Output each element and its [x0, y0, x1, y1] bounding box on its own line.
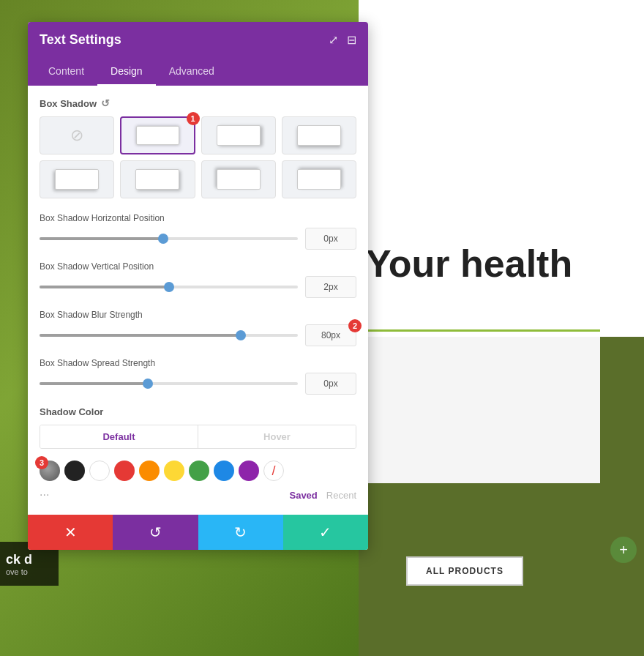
recent-link[interactable]: Recent	[326, 490, 356, 501]
shadow-preview-right	[217, 125, 261, 146]
slider-blur-control: 80px 2	[40, 324, 356, 346]
all-products-button[interactable]: ALL PRODUCTS	[406, 556, 523, 586]
confirm-button[interactable]: ✓	[283, 515, 368, 550]
shadow-preview-bottom	[297, 125, 341, 146]
panel-header: Text Settings ⤢ ⊟	[28, 22, 368, 58]
slider-vertical-label: Box Shadow Vertical Position	[40, 261, 356, 272]
color-swatch-blue[interactable]	[214, 461, 234, 481]
color-swatch-yellow[interactable]	[164, 461, 184, 481]
your-health-text: Your health	[366, 242, 572, 286]
slider-horizontal-track[interactable]	[40, 237, 298, 240]
shadow-preview-center	[136, 126, 179, 145]
shadow-preset-bottom[interactable]	[282, 116, 356, 154]
shadow-preset-center[interactable]: 1	[120, 116, 195, 154]
slider-spread-strength: Box Shadow Spread Strength 0px	[40, 358, 356, 395]
slider-blur-thumb[interactable]	[236, 330, 246, 340]
box-shadow-label: Box Shadow ↺	[40, 97, 356, 109]
color-swatch-orange[interactable]	[139, 461, 160, 481]
slider-vertical-position: Box Shadow Vertical Position 2px	[40, 261, 356, 298]
slider-horizontal-value[interactable]: 0px	[305, 228, 356, 250]
slider-spread-track[interactable]	[40, 382, 298, 385]
shadow-preview-br	[135, 169, 179, 190]
tab-design[interactable]: Design	[97, 58, 156, 86]
color-swatch-slash[interactable]: /	[263, 461, 284, 481]
slider-vertical-control: 2px	[40, 276, 356, 298]
page-strip-sub: ove to	[6, 567, 28, 576]
divider	[359, 329, 600, 332]
slider-spread-fill	[40, 382, 148, 385]
reset-button[interactable]: ↺	[113, 515, 198, 550]
white-area-top	[359, 0, 644, 337]
green-right-strip	[600, 337, 644, 556]
shadow-color-tabs: Default Hover	[40, 425, 356, 449]
shadow-presets-grid: ⊘ 1	[40, 116, 356, 198]
slider-vertical-thumb[interactable]	[164, 282, 174, 292]
page-strip-char: ck d	[6, 552, 32, 567]
shadow-preview-tl	[217, 169, 261, 190]
color-swatch-green[interactable]	[189, 461, 209, 481]
shadow-color-label: Shadow Color	[40, 406, 356, 417]
shadow-preset-none[interactable]: ⊘	[40, 116, 114, 154]
slider-blur-fill	[40, 334, 241, 337]
tab-advanced[interactable]: Advanced	[156, 58, 228, 86]
box-shadow-reset-icon[interactable]: ↺	[101, 97, 110, 109]
shadow-preset-br[interactable]	[120, 160, 195, 198]
slider-blur-strength: Box Shadow Blur Strength 80px 2	[40, 310, 356, 346]
slider-vertical-value[interactable]: 2px	[305, 276, 356, 298]
slider-spread-label: Box Shadow Spread Strength	[40, 358, 356, 368]
slider-spread-value[interactable]: 0px	[305, 373, 356, 395]
color-swatch-black[interactable]	[64, 461, 85, 481]
panel-body: Box Shadow ↺ ⊘ 1	[28, 86, 368, 515]
badge-3: 3	[35, 456, 48, 469]
color-tab-default[interactable]: Default	[40, 425, 198, 448]
shadow-preset-tl[interactable]	[201, 160, 276, 198]
shadow-color-section: Shadow Color Default Hover 3 /	[40, 406, 356, 503]
add-section-button[interactable]: +	[610, 537, 637, 563]
color-footer: ··· Saved Recent	[40, 484, 356, 503]
tab-content[interactable]: Content	[35, 58, 97, 86]
shadow-preset-tr[interactable]	[282, 160, 356, 198]
no-shadow-icon: ⊘	[70, 126, 83, 145]
cancel-button[interactable]: ✕	[28, 515, 113, 550]
color-tab-hover[interactable]: Hover	[198, 425, 356, 448]
saved-link[interactable]: Saved	[289, 490, 317, 501]
header-icons: ⤢ ⊟	[329, 33, 356, 47]
slider-horizontal-thumb[interactable]	[158, 234, 168, 244]
slider-horizontal-label: Box Shadow Horizontal Position	[40, 213, 356, 223]
shadow-preview-tr	[297, 169, 341, 190]
slider-horizontal-control: 0px	[40, 228, 356, 250]
columns-icon[interactable]: ⊟	[347, 33, 356, 47]
white-area-bottom	[359, 337, 600, 483]
more-options-icon[interactable]: ···	[40, 488, 49, 502]
color-swatch-globe[interactable]: 3	[40, 461, 60, 481]
shadow-preset-right[interactable]	[201, 116, 276, 154]
panel-tabs: Content Design Advanced	[28, 58, 368, 86]
slider-horizontal-position: Box Shadow Horizontal Position 0px	[40, 213, 356, 250]
box-shadow-text: Box Shadow	[40, 98, 97, 109]
text-settings-panel: Text Settings ⤢ ⊟ Content Design Advance…	[28, 22, 368, 550]
slider-blur-value[interactable]: 80px 2	[305, 324, 356, 346]
slider-vertical-fill	[40, 286, 169, 288]
redo-button[interactable]: ↻	[198, 515, 283, 550]
slider-spread-control: 0px	[40, 373, 356, 395]
badge-2: 2	[348, 319, 362, 332]
color-swatch-white[interactable]	[89, 461, 110, 481]
panel-toolbar: ✕ ↺ ↻ ✓	[28, 515, 368, 550]
slider-blur-track[interactable]	[40, 334, 298, 337]
panel-title: Text Settings	[40, 32, 121, 48]
shadow-preset-bl[interactable]	[40, 160, 114, 198]
slider-horizontal-fill	[40, 237, 163, 240]
shadow-preview-bl	[55, 169, 99, 190]
color-swatches: 3 /	[40, 458, 356, 484]
slider-spread-thumb[interactable]	[143, 379, 153, 389]
slider-vertical-track[interactable]	[40, 286, 298, 288]
color-swatch-purple[interactable]	[239, 461, 259, 481]
badge-1: 1	[187, 112, 200, 125]
slider-blur-label: Box Shadow Blur Strength	[40, 310, 356, 320]
color-swatch-red[interactable]	[114, 461, 135, 481]
expand-icon[interactable]: ⤢	[329, 33, 338, 47]
